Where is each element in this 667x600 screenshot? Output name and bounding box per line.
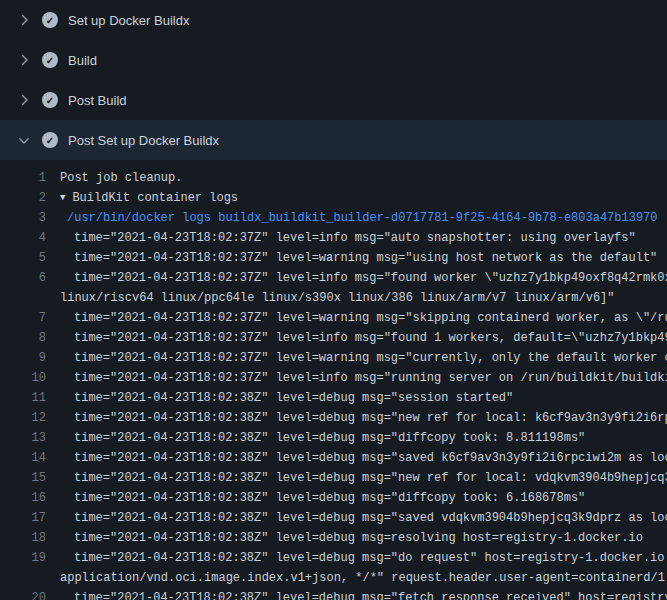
- log-line: 11 ▼time="2021-04-23T18:02:38Z" level=de…: [0, 388, 667, 408]
- log-line-text: ▼time="2021-04-23T18:02:38Z" level=debug…: [46, 528, 667, 548]
- log-line-text: ▼time="2021-04-23T18:02:38Z" level=debug…: [46, 448, 667, 468]
- line-number[interactable]: 5: [0, 248, 46, 268]
- workflow-log-viewer: ✓ Set up Docker Buildx ✓ Build ✓ Post Bu…: [0, 0, 667, 600]
- line-number[interactable]: 8: [0, 328, 46, 348]
- step-section-label: Set up Docker Buildx: [68, 13, 189, 28]
- log-line: 15 ▼time="2021-04-23T18:02:38Z" level=de…: [0, 468, 667, 488]
- log-line: 13 ▼time="2021-04-23T18:02:38Z" level=de…: [0, 428, 667, 448]
- check-circle-icon: ✓: [42, 52, 58, 68]
- log-line-text: ▼time="2021-04-23T18:02:37Z" level=info …: [46, 328, 667, 348]
- log-line-content: /usr/bin/docker logs buildx_buildkit_bui…: [67, 211, 658, 225]
- log-line-text: ▼time="2021-04-23T18:02:37Z" level=info …: [46, 268, 667, 288]
- log-line: ▼linux/riscv64 linux/ppc64le linux/s390x…: [0, 288, 667, 308]
- log-line-text: ▼time="2021-04-23T18:02:38Z" level=debug…: [46, 388, 667, 408]
- line-number[interactable]: 12: [0, 408, 46, 428]
- log-line-content: time="2021-04-23T18:02:38Z" level=debug …: [74, 551, 667, 565]
- line-number[interactable]: 3: [0, 208, 46, 228]
- log-line-text: ▼time="2021-04-23T18:02:38Z" level=debug…: [46, 588, 667, 600]
- check-circle-icon: ✓: [42, 92, 58, 108]
- log-line-content: time="2021-04-23T18:02:38Z" level=debug …: [74, 591, 667, 600]
- log-line-content: time="2021-04-23T18:02:37Z" level=info m…: [74, 231, 636, 245]
- log-line-content: linux/riscv64 linux/ppc64le linux/s390x …: [60, 291, 615, 305]
- step-section-post-set-up-docker-buildx[interactable]: ✓ Post Set up Docker Buildx: [0, 120, 667, 160]
- line-number[interactable]: 2: [0, 188, 46, 208]
- log-line-content: time="2021-04-23T18:02:38Z" level=debug …: [74, 391, 513, 405]
- step-section-post-build[interactable]: ✓ Post Build: [0, 80, 667, 120]
- log-line: 7 ▼time="2021-04-23T18:02:37Z" level=war…: [0, 308, 667, 328]
- log-line: 5 ▼time="2021-04-23T18:02:37Z" level=war…: [0, 248, 667, 268]
- group-triangle-icon[interactable]: ▼: [60, 193, 65, 203]
- log-line-text: ▼time="2021-04-23T18:02:37Z" level=warni…: [46, 308, 667, 328]
- line-number[interactable]: 20: [0, 588, 46, 600]
- line-number[interactable]: 11: [0, 388, 46, 408]
- log-line: 20 ▼time="2021-04-23T18:02:38Z" level=de…: [0, 588, 667, 600]
- log-line: 9 ▼time="2021-04-23T18:02:37Z" level=war…: [0, 348, 667, 368]
- log-line-text: ▼application/vnd.oci.image.index.v1+json…: [46, 568, 667, 588]
- log-line-content: time="2021-04-23T18:02:38Z" level=debug …: [74, 451, 667, 465]
- log-line-text: ▼/usr/bin/docker logs buildx_buildkit_bu…: [46, 208, 667, 228]
- log-line: 10 ▼time="2021-04-23T18:02:37Z" level=in…: [0, 368, 667, 388]
- log-group-toggle[interactable]: ▼BuildKit container logs: [46, 188, 667, 208]
- log-line-content: time="2021-04-23T18:02:37Z" level=warnin…: [74, 351, 667, 365]
- step-section-build[interactable]: ✓ Build: [0, 40, 667, 80]
- log-line: 1 ▼Post job cleanup.: [0, 168, 667, 188]
- log-line: 12 ▼time="2021-04-23T18:02:38Z" level=de…: [0, 408, 667, 428]
- log-line-content: time="2021-04-23T18:02:38Z" level=debug …: [74, 431, 585, 445]
- line-number[interactable]: 4: [0, 228, 46, 248]
- line-number[interactable]: 16: [0, 488, 46, 508]
- log-line: 4 ▼time="2021-04-23T18:02:37Z" level=inf…: [0, 228, 667, 248]
- chevron-right-icon: [16, 52, 32, 68]
- line-number[interactable]: 7: [0, 308, 46, 328]
- chevron-right-icon: [16, 12, 32, 28]
- log-line: 17 ▼time="2021-04-23T18:02:38Z" level=de…: [0, 508, 667, 528]
- log-line-text: ▼Post job cleanup.: [46, 168, 667, 188]
- line-number[interactable]: 18: [0, 528, 46, 548]
- log-line: 14 ▼time="2021-04-23T18:02:38Z" level=de…: [0, 448, 667, 468]
- line-number[interactable]: 1: [0, 168, 46, 188]
- chevron-right-icon: [16, 132, 32, 148]
- log-line: 8 ▼time="2021-04-23T18:02:37Z" level=inf…: [0, 328, 667, 348]
- line-number[interactable]: [0, 288, 46, 308]
- line-number[interactable]: 6: [0, 268, 46, 288]
- log-line-text: ▼time="2021-04-23T18:02:38Z" level=debug…: [46, 508, 667, 528]
- log-line-content: time="2021-04-23T18:02:38Z" level=debug …: [74, 491, 585, 505]
- log-line-text: ▼time="2021-04-23T18:02:38Z" level=debug…: [46, 468, 667, 488]
- log-line: 6 ▼time="2021-04-23T18:02:37Z" level=inf…: [0, 268, 667, 288]
- line-number[interactable]: 14: [0, 448, 46, 468]
- log-line-text: ▼time="2021-04-23T18:02:38Z" level=debug…: [46, 428, 667, 448]
- log-line: 19 ▼time="2021-04-23T18:02:38Z" level=de…: [0, 548, 667, 568]
- log-line-content: time="2021-04-23T18:02:38Z" level=debug …: [74, 471, 667, 485]
- line-number[interactable]: 15: [0, 468, 46, 488]
- log-line: 3 ▼/usr/bin/docker logs buildx_buildkit_…: [0, 208, 667, 228]
- log-line-text: ▼time="2021-04-23T18:02:38Z" level=debug…: [46, 488, 667, 508]
- step-section-label: Post Build: [68, 93, 127, 108]
- log-line-content: BuildKit container logs: [72, 191, 238, 205]
- log-line-content: time="2021-04-23T18:02:37Z" level=info m…: [74, 371, 667, 385]
- log-line-text: ▼time="2021-04-23T18:02:37Z" level=info …: [46, 228, 667, 248]
- log-line-text: ▼time="2021-04-23T18:02:37Z" level=warni…: [46, 248, 667, 268]
- chevron-right-icon: [16, 92, 32, 108]
- log-line-content: application/vnd.oci.image.index.v1+json,…: [60, 571, 667, 585]
- step-section-label: Post Set up Docker Buildx: [68, 133, 219, 148]
- line-number[interactable]: 9: [0, 348, 46, 368]
- check-circle-icon: ✓: [42, 12, 58, 28]
- step-section-label: Build: [68, 53, 97, 68]
- line-number[interactable]: 13: [0, 428, 46, 448]
- log-line-text: ▼linux/riscv64 linux/ppc64le linux/s390x…: [46, 288, 667, 308]
- log-line: 18 ▼time="2021-04-23T18:02:38Z" level=de…: [0, 528, 667, 548]
- log-line-content: time="2021-04-23T18:02:37Z" level=warnin…: [74, 311, 667, 325]
- log-line-content: time="2021-04-23T18:02:37Z" level=info m…: [74, 331, 667, 345]
- log-line-text: ▼time="2021-04-23T18:02:37Z" level=info …: [46, 368, 667, 388]
- line-number[interactable]: 17: [0, 508, 46, 528]
- line-number[interactable]: 10: [0, 368, 46, 388]
- log-line-text: ▼time="2021-04-23T18:02:37Z" level=warni…: [46, 348, 667, 368]
- line-number[interactable]: 19: [0, 548, 46, 568]
- log-lines: 1 ▼Post job cleanup. 2 ▼BuildKit contain…: [0, 160, 667, 600]
- log-line-content: time="2021-04-23T18:02:38Z" level=debug …: [74, 531, 643, 545]
- step-section-set-up-docker-buildx[interactable]: ✓ Set up Docker Buildx: [0, 0, 667, 40]
- log-line-content: time="2021-04-23T18:02:37Z" level=warnin…: [74, 251, 657, 265]
- line-number[interactable]: [0, 568, 46, 588]
- log-line-content: time="2021-04-23T18:02:37Z" level=info m…: [74, 271, 667, 285]
- log-line: ▼application/vnd.oci.image.index.v1+json…: [0, 568, 667, 588]
- log-line-content: time="2021-04-23T18:02:38Z" level=debug …: [74, 511, 667, 525]
